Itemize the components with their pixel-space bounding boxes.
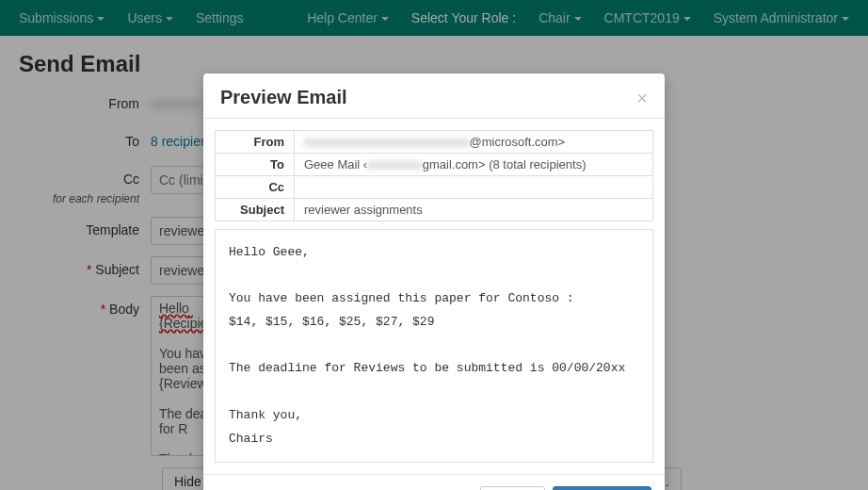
hdr-subject-label: Subject bbox=[216, 199, 295, 221]
hdr-to-value: Geee Mail ‹xxxxxxxxxgmail.com> (8 total … bbox=[295, 154, 653, 176]
hdr-from-suffix: @microsoft.com> bbox=[470, 135, 566, 149]
cancel-button[interactable]: Cancel bbox=[480, 486, 546, 490]
hdr-cc-row: Cc bbox=[216, 176, 653, 199]
hdr-to-row: To Geee Mail ‹xxxxxxxxxgmail.com> (8 tot… bbox=[216, 154, 653, 176]
preview-email-modal: Preview Email × From xxxxxxxxxxxxxxxxxxx… bbox=[203, 74, 665, 490]
modal-header: Preview Email × bbox=[203, 74, 665, 119]
send-emails-button[interactable]: Send Emails bbox=[553, 486, 651, 490]
email-header-table: From xxxxxxxxxxxxxxxxxxxxxxxxxxx@microso… bbox=[215, 130, 653, 221]
hdr-from-row: From xxxxxxxxxxxxxxxxxxxxxxxxxxx@microso… bbox=[216, 131, 653, 154]
hdr-from-blur: xxxxxxxxxxxxxxxxxxxxxxxxxxx bbox=[304, 135, 470, 149]
modal-footer: Cancel Send Emails bbox=[203, 474, 665, 490]
hdr-cc-value bbox=[295, 176, 653, 199]
modal-overlay: Preview Email × From xxxxxxxxxxxxxxxxxxx… bbox=[0, 0, 868, 490]
hdr-from-value: xxxxxxxxxxxxxxxxxxxxxxxxxxx@microsoft.co… bbox=[295, 131, 653, 154]
hdr-to-label: To bbox=[216, 154, 295, 176]
hdr-to-blur: xxxxxxxxx bbox=[367, 157, 423, 172]
hdr-cc-label: Cc bbox=[216, 176, 295, 199]
hdr-subject-value: reviewer assignments bbox=[295, 199, 653, 221]
hdr-to-prefix: Geee Mail ‹ bbox=[304, 157, 367, 172]
hdr-from-label: From bbox=[216, 131, 295, 154]
modal-body: From xxxxxxxxxxxxxxxxxxxxxxxxxxx@microso… bbox=[203, 119, 665, 474]
modal-title: Preview Email bbox=[220, 87, 636, 108]
hdr-to-suffix: gmail.com> (8 total recipients) bbox=[423, 157, 587, 172]
hdr-subject-row: Subject reviewer assignments bbox=[216, 199, 653, 221]
email-body-preview: Hello Geee, You have been assigned this … bbox=[215, 229, 653, 463]
close-icon[interactable]: × bbox=[636, 89, 648, 107]
